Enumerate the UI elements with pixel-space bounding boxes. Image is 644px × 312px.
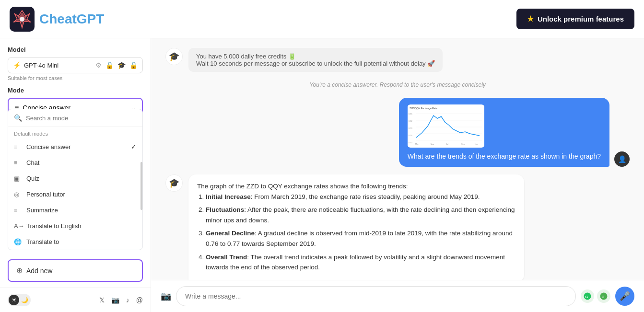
mode-item-icon: A→: [14, 222, 22, 230]
instagram-icon[interactable]: 📷: [111, 296, 119, 304]
mode-search-row: 🔍: [8, 109, 142, 127]
mode-list-item[interactable]: ◎ Personal tutor: [8, 186, 142, 202]
bolt-icon: ⚡: [13, 61, 21, 69]
svg-text:0.85: 0.85: [409, 113, 413, 115]
mode-list-item[interactable]: A→ Translate to English: [8, 218, 142, 234]
svg-text:ZZD/QQY Exchange Rate: ZZD/QQY Exchange Rate: [410, 107, 437, 110]
grammarly-icon[interactable]: G: [597, 289, 610, 303]
unlock-premium-button[interactable]: ★ Unlock premium features: [516, 9, 634, 29]
mode-list-item[interactable]: ▣ Quiz: [8, 171, 142, 186]
suitable-text: Suitable for most cases: [8, 75, 143, 81]
mode-item-icon: 🌐: [14, 238, 22, 245]
mode-item-icon: ≡: [14, 143, 22, 150]
svg-point-3: [20, 17, 24, 22]
chart-svg: ZZD/QQY Exchange Rate 0.85 0.82 0.79 0.7…: [408, 105, 484, 147]
main-layout: Model ⚡ GPT-4o Mini ⚙ 🔒 🎓 🔒 Suitable for…: [0, 38, 644, 312]
svg-text:May: May: [431, 143, 434, 145]
sidebar: Model ⚡ GPT-4o Mini ⚙ 🔒 🎓 🔒 Suitable for…: [0, 38, 151, 312]
logo-icon: [10, 7, 35, 32]
mode-item-label: Summarize: [26, 207, 137, 214]
user-avatar: 👤: [614, 151, 630, 167]
credits-message: 🎓 You have 5,000 daily free credits 🔋 Wa…: [165, 48, 630, 72]
model-icons: ⚙ 🔒 🎓 🔒: [95, 61, 138, 69]
model-selector[interactable]: ⚡ GPT-4o Mini ⚙ 🔒 🎓 🔒: [8, 57, 143, 73]
model-label: Model: [8, 46, 143, 53]
mode-list-item[interactable]: ≡ Concise answer ✓: [8, 139, 142, 155]
mode-list-item[interactable]: ≡ Chat: [8, 155, 142, 171]
at-icon[interactable]: @: [136, 296, 143, 304]
add-new-button[interactable]: ⊕ Add new: [8, 259, 143, 282]
svg-text:Sep: Sep: [461, 143, 465, 145]
mode-item-icon: ◎: [14, 191, 22, 198]
theme-toggle-area: ☀ 🌙: [8, 294, 31, 306]
bot-list-item: Initial Increase: From March 2019, the e…: [206, 192, 515, 202]
mode-list-item[interactable]: 🌐 Translate to: [8, 234, 142, 250]
mode-list-item[interactable]: ≡ Summarize: [8, 202, 142, 218]
bot-avatar: 🎓: [165, 48, 183, 65]
mode-item-label: Chat: [26, 159, 137, 166]
grammarly-green-icon[interactable]: G: [581, 289, 594, 303]
bot-list-item: Overall Trend: The overall trend indicat…: [206, 252, 515, 273]
settings-icon: ⚙: [95, 61, 102, 69]
svg-text:0.76: 0.76: [409, 134, 413, 137]
scroll-indicator: [141, 162, 142, 210]
credits-bubble: You have 5,000 daily free credits 🔋 Wait…: [188, 48, 443, 72]
svg-rect-4: [408, 105, 484, 147]
logo-text: CheatGPT: [39, 12, 104, 27]
unlock-btn-label: Unlock premium features: [538, 15, 624, 23]
mode-item-icon: ≡: [14, 159, 22, 166]
lock-icon: 🔒: [105, 61, 114, 69]
search-icon: 🔍: [14, 114, 22, 122]
mode-section: Mode ≡ Concise answer ⌄ 🔍 Default modes: [8, 87, 143, 118]
mode-item-label: Translate to: [26, 238, 137, 245]
send-button[interactable]: 🎤: [615, 287, 634, 306]
default-modes-label: Default modes: [8, 127, 142, 139]
sidebar-bottom: ☀ 🌙 𝕏 📷 ♪ @: [0, 288, 151, 312]
user-question-text: What are the trends of the exchange rate…: [408, 152, 601, 160]
star-icon: ★: [527, 14, 534, 23]
mode-item-label: Translate to English: [26, 222, 137, 230]
bot-response-row: 🎓 The graph of the ZZD to QQY exchange r…: [165, 174, 630, 280]
bot-list-item: General Decline: A gradual decline is ob…: [206, 228, 515, 249]
mode-item-icon: ▣: [14, 175, 22, 182]
add-new-label: Add new: [26, 267, 52, 275]
tiktok-icon[interactable]: ♪: [126, 296, 129, 304]
chat-messages: 🎓 You have 5,000 daily free credits 🔋 Wa…: [151, 38, 644, 280]
bot-list: Initial Increase: From March 2019, the e…: [197, 192, 515, 273]
logo-main: Cheat: [39, 12, 77, 26]
mode-item-icon: ≡: [14, 207, 22, 214]
user-bubble: ZZD/QQY Exchange Rate 0.85 0.82 0.79 0.7…: [399, 98, 609, 167]
dark-theme-btn[interactable]: 🌙: [19, 295, 30, 305]
mode-search-input[interactable]: [26, 115, 137, 122]
message-input[interactable]: [176, 286, 576, 306]
svg-text:0.82: 0.82: [409, 120, 413, 122]
chat-input-area: 📷 G G 🎤: [151, 280, 644, 312]
camera-icon[interactable]: 📷: [161, 291, 171, 301]
microphone-icon: 🎤: [620, 291, 630, 301]
mode-item-label: Quiz: [26, 175, 137, 182]
theme-toggle[interactable]: ☀ 🌙: [8, 294, 31, 306]
svg-text:Mar: Mar: [415, 143, 419, 145]
svg-text:Jul: Jul: [446, 143, 448, 145]
chat-area: 🎓 You have 5,000 daily free credits 🔋 Wa…: [151, 38, 644, 312]
cap-icon: 🎓: [117, 61, 126, 69]
twitter-icon[interactable]: 𝕏: [99, 296, 105, 304]
svg-text:0.79: 0.79: [409, 127, 413, 129]
mode-item-label: Personal tutor: [26, 191, 137, 198]
svg-text:0.73: 0.73: [409, 141, 413, 144]
input-action-icons: G G: [581, 289, 610, 303]
bot-response-intro: The graph of the ZZD to QQY exchange rat…: [197, 183, 408, 190]
svg-text:Nov: Nov: [475, 143, 478, 145]
header: CheatGPT ★ Unlock premium features: [0, 0, 644, 38]
bot-avatar-2: 🎓: [165, 174, 183, 192]
bot-bubble: The graph of the ZZD to QQY exchange rat…: [188, 174, 524, 280]
bot-list-item: Fluctuations: After the peak, there are …: [206, 205, 515, 225]
logo: CheatGPT: [10, 7, 104, 32]
mode-item-label: Concise answer: [26, 143, 126, 150]
user-message-row: ZZD/QQY Exchange Rate 0.85 0.82 0.79 0.7…: [165, 98, 630, 167]
light-theme-btn[interactable]: ☀: [9, 295, 19, 305]
lock2-icon: 🔒: [129, 61, 138, 69]
mode-label: Mode: [8, 87, 143, 94]
system-instruction: You're a concise answerer. Respond to th…: [165, 80, 630, 90]
svg-text:G: G: [585, 295, 588, 299]
